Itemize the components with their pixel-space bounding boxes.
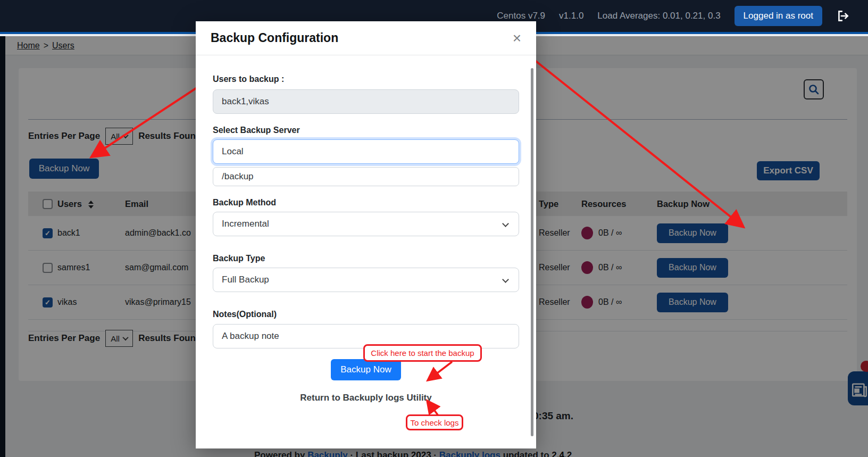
- backup-method-select[interactable]: Incremental: [213, 212, 519, 236]
- return-to-logs-link[interactable]: Return to Backuply logs Utility: [213, 393, 519, 403]
- chevron-down-icon: [502, 276, 509, 283]
- annotation-start-backup: Click here to start the backup: [363, 344, 482, 362]
- annotation-check-logs: To check logs: [406, 414, 463, 430]
- backup-type-label: Backup Type: [213, 254, 519, 263]
- logged-in-as-root-button[interactable]: Logged in as root: [735, 6, 822, 26]
- backup-server-input[interactable]: Local: [213, 139, 519, 164]
- backup-configuration-modal: Backup Configuration × Users to backup :…: [196, 21, 536, 448]
- users-to-backup-field: back1,vikas: [213, 89, 519, 114]
- close-icon[interactable]: ×: [513, 31, 521, 46]
- load-averages-label: Load Averages: 0.01, 0.21, 0.3: [597, 11, 720, 21]
- backup-type-value: Full Backup: [222, 275, 269, 285]
- chevron-down-icon: [502, 220, 509, 227]
- backup-type-select[interactable]: Full Backup: [213, 268, 519, 292]
- backup-server-label: Select Backup Server: [213, 126, 519, 135]
- notes-label: Notes(Optional): [213, 310, 519, 319]
- logout-icon[interactable]: [836, 9, 850, 23]
- modal-title: Backup Configuration: [211, 31, 338, 45]
- panel-version-label: v1.1.0: [559, 11, 583, 21]
- modal-header: Backup Configuration ×: [196, 21, 536, 55]
- backup-method-label: Backup Method: [213, 198, 519, 207]
- backup-method-value: Incremental: [222, 219, 269, 229]
- users-to-backup-label: Users to backup :: [213, 74, 519, 84]
- os-version-label: Centos v7.9: [497, 11, 545, 21]
- backup-path-input[interactable]: /backup: [213, 167, 519, 186]
- modal-scrollbar-thumb[interactable]: [531, 68, 533, 436]
- modal-backup-now-button[interactable]: Backup Now: [331, 359, 401, 380]
